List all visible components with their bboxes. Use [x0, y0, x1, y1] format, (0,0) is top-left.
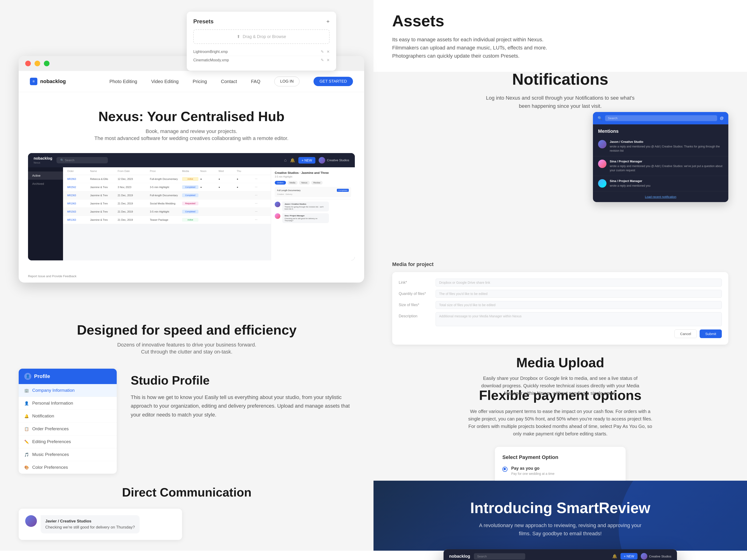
- dash-search[interactable]: 🔍 Search: [56, 157, 108, 163]
- nav-link-contact[interactable]: Contact: [221, 79, 237, 84]
- row-action[interactable]: ⋯: [255, 202, 266, 205]
- presets-drop-zone[interactable]: ⬆ Drag & Drop or Browse: [193, 29, 330, 44]
- company-icon: 🏢: [24, 388, 29, 393]
- mentions-load-more: Load recent notification: [593, 191, 728, 202]
- media-upload-title: Media Upload: [392, 355, 728, 370]
- load-recent-link[interactable]: Load recent notification: [645, 195, 676, 198]
- sr-card-topbar: nobacklog Search 🔔 + NEW Creative Studio…: [443, 549, 677, 560]
- pay-as-go-desc: Pay for one wedding at a time: [511, 472, 555, 476]
- submit-button[interactable]: Submit: [700, 329, 722, 338]
- table-row[interactable]: MR2963 Rebecca & Ellis 12 Dec, 2023 Full…: [63, 175, 271, 183]
- mention-item-2: Sina / Project Manager wrote a reply and…: [593, 156, 728, 176]
- row-name: Rebecca & Ellis: [90, 178, 116, 180]
- sidebar-item-active[interactable]: Active: [28, 171, 63, 180]
- editing-pref-icon: ✏️: [24, 439, 29, 444]
- row-action[interactable]: ⋯: [255, 194, 266, 197]
- payment-option-1[interactable]: Pay as you go Pay for one wedding at a t…: [503, 466, 618, 480]
- mention-item-3: Sina / Project Manager wrote a reply and…: [593, 176, 728, 191]
- table-row[interactable]: MR2562 Jasmine & Trev 3 Nov, 2023 3-5 mi…: [63, 183, 271, 191]
- presets-plus-icon[interactable]: +: [326, 18, 330, 25]
- row-action[interactable]: ⋯: [255, 218, 266, 221]
- col-price: Price: [150, 170, 180, 172]
- row-status: Requested: [182, 202, 199, 205]
- nav-link-photo-editing[interactable]: Photo Editing: [109, 79, 137, 84]
- mentions-search[interactable]: Search: [605, 115, 717, 121]
- row-action[interactable]: ⋯: [255, 186, 266, 189]
- mentions-title: Mentions: [593, 124, 728, 137]
- dash-subtitle: Nexus: [34, 161, 52, 164]
- chat-bubble-area: Javier / Creative Studios Checking we're…: [41, 515, 139, 533]
- sidebar-item-archived[interactable]: Archived: [28, 180, 63, 188]
- main-browser-window: ≡ nobacklog Photo Editing Video Editing …: [19, 56, 364, 283]
- edit-icon-2[interactable]: ✎: [321, 58, 324, 62]
- nav-link-pricing[interactable]: Pricing: [192, 79, 207, 84]
- sr-new-button[interactable]: + NEW: [620, 553, 638, 560]
- table-row[interactable]: MR1963 Jasmine & Trev 21 Dec, 2019 Socia…: [63, 199, 271, 208]
- nav-link-faq[interactable]: FAQ: [251, 79, 260, 84]
- row-name: Jasmine & Trev: [90, 186, 116, 189]
- media-input-size[interactable]: Total size of files you'd like to be edi…: [436, 301, 722, 309]
- dot-green: [44, 61, 50, 66]
- profile-item-order-pref[interactable]: 📋 Order Preferences: [19, 423, 117, 435]
- sr-search[interactable]: Search: [474, 553, 525, 560]
- radio-pay-as-go[interactable]: [503, 466, 508, 472]
- profile-item-personal[interactable]: 👤 Personal Information: [19, 397, 117, 410]
- report-issue-link[interactable]: Report Issue and Provide Feedback: [19, 272, 364, 283]
- sr-bell-icon[interactable]: 🔔: [612, 554, 617, 559]
- media-input-link[interactable]: Dropbox or Google Drive share link: [436, 278, 722, 287]
- sr-topbar-icons: 🔔 + NEW Creative Studios: [612, 553, 671, 560]
- dash-new-button[interactable]: + NEW: [298, 157, 315, 164]
- search-icon-mentions: 🔍: [598, 116, 602, 121]
- dashboard-preview: nobacklog Nexus 🔍 Search ⌂ 🔔 + NEW Creat…: [28, 153, 355, 260]
- mention-avatar-1: [598, 140, 607, 149]
- row-date: 21 Dec, 2019: [118, 210, 148, 213]
- personal-label: Personal Information: [32, 401, 73, 406]
- profile-item-company[interactable]: 🏢 Company Information: [19, 384, 117, 397]
- delete-icon[interactable]: ✕: [327, 50, 330, 54]
- nav-link-video-editing[interactable]: Video Editing: [151, 79, 179, 84]
- dash-logo-area: nobacklog Nexus: [34, 156, 52, 164]
- mention-item-1: Jason / Creative Studio wrote a reply an…: [593, 137, 728, 156]
- tab-media[interactable]: Media: [287, 181, 298, 185]
- delete-icon-2[interactable]: ✕: [327, 58, 330, 62]
- chat-message: Javier / Creative Studios Checking we're…: [25, 515, 176, 533]
- profile-item-music-pref[interactable]: 🎵 Music Preferences: [19, 448, 117, 461]
- tab-nexus[interactable]: Nexus: [299, 181, 310, 185]
- logo-icon: ≡: [30, 78, 37, 85]
- row-desc: Teaser Package: [150, 218, 180, 221]
- tab-orders[interactable]: Orders: [275, 181, 286, 185]
- music-pref-label: Music Preferences: [32, 452, 69, 457]
- sr-user-name: Creative Studios: [649, 555, 671, 558]
- row-check-1: ●: [200, 178, 216, 180]
- row-action[interactable]: ⋯: [255, 178, 266, 181]
- table-row[interactable]: MR2363 Jasmine & Trev 21 Dec, 2019 Full-…: [63, 191, 271, 199]
- speed-title: Designed for speed and efficiency: [19, 322, 355, 338]
- home-icon[interactable]: ⌂: [284, 158, 287, 163]
- mentions-topbar: 🔍 Search @: [593, 112, 728, 124]
- profile-item-color-pref[interactable]: 🎨 Color Preferences: [19, 461, 117, 474]
- media-input-desc[interactable]: Additional message to your Media Manager…: [436, 312, 722, 326]
- edit-icon[interactable]: ✎: [321, 50, 324, 54]
- get-started-button[interactable]: GET STARTED: [313, 77, 353, 86]
- login-button[interactable]: LOG IN: [274, 77, 300, 86]
- row-desc: Social Media Wedding: [150, 202, 180, 205]
- logo-text: nobacklog: [40, 78, 66, 84]
- chat-bubble-2: Sina / Project Manager Checking we're st…: [282, 213, 329, 223]
- media-input-qty[interactable]: The of files you'd like to be edited: [436, 290, 722, 298]
- cancel-button[interactable]: Cancel: [674, 329, 697, 338]
- row-name: Jasmine & Trev: [90, 210, 116, 213]
- table-row[interactable]: MR1363 Jasmine & Trev 21 Dec, 2019 Tease…: [63, 216, 271, 224]
- profile-item-editing-pref[interactable]: ✏️ Editing Preferences: [19, 435, 117, 448]
- sr-user: Creative Studios: [641, 553, 671, 560]
- profile-item-notification[interactable]: 🔔 Notification: [19, 410, 117, 423]
- row-desc: Full-length Documentary: [150, 178, 180, 180]
- tab-review[interactable]: Review: [311, 181, 323, 185]
- row-check-1: ●: [200, 186, 216, 189]
- speed-subtitle-1: Dozens of innovative features to drive y…: [19, 342, 355, 348]
- bell-icon[interactable]: 🔔: [290, 158, 295, 163]
- upload-icon: ⬆: [237, 34, 240, 39]
- table-row[interactable]: MR1563 Jasmine & Trev 21 Dec, 2019 3-5 m…: [63, 208, 271, 216]
- row-action[interactable]: ⋯: [255, 210, 266, 213]
- profile-header-label: Profile: [34, 373, 50, 379]
- row-id: MR1363: [67, 219, 88, 221]
